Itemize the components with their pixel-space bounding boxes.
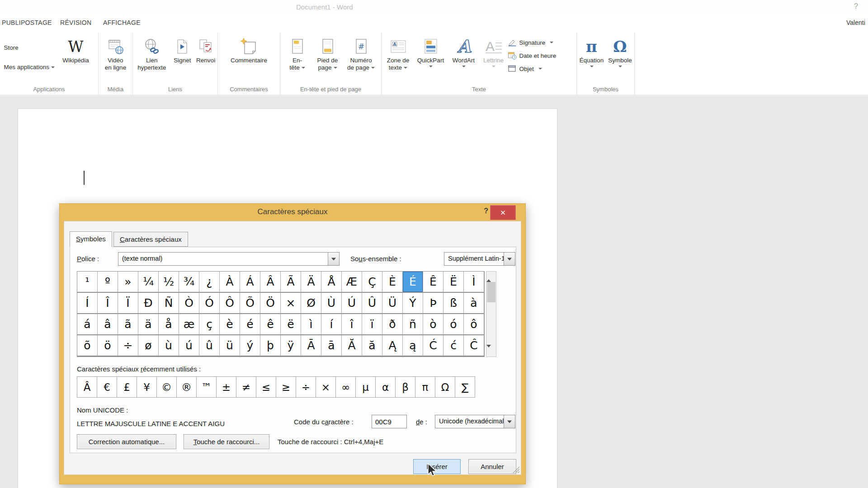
symbol-cell[interactable]: ¹ — [77, 272, 98, 293]
text-box-button[interactable]: A Zone de texte — [383, 35, 414, 71]
symbol-cell[interactable]: Ã — [281, 272, 301, 293]
symbol-cell[interactable]: ä — [138, 314, 159, 335]
symbol-cell[interactable]: ì — [301, 314, 321, 335]
recent-symbol-cell[interactable]: ≤ — [256, 376, 276, 398]
dialog-close-button[interactable]: ✕ — [490, 205, 516, 220]
tab-affichage[interactable]: AFFICHAGE — [103, 19, 141, 26]
recent-symbol-cell[interactable]: β — [395, 376, 415, 398]
dialog-titlebar[interactable]: Caractères spéciaux ? ✕ — [60, 204, 525, 221]
mes-applications-button[interactable]: Mes applications — [4, 64, 56, 70]
symbol-cell[interactable]: ç — [199, 314, 220, 335]
symbol-cell[interactable]: Ò — [179, 293, 199, 314]
symbol-cell[interactable]: ò — [423, 314, 443, 335]
symbol-cell[interactable]: Ă — [342, 335, 362, 357]
shortcut-key-button[interactable]: Touche de raccourci... — [184, 434, 269, 449]
hyperlink-button[interactable]: Lien hypertexte — [133, 35, 171, 71]
symbol-cell[interactable]: Þ — [423, 293, 443, 314]
symbol-cell[interactable]: ù — [159, 335, 179, 357]
symbol-cell[interactable]: Ā — [301, 335, 321, 357]
symbol-cell[interactable]: á — [77, 314, 98, 335]
recent-symbol-cell[interactable]: ∞ — [335, 376, 356, 398]
recent-symbol-cell[interactable]: £ — [117, 376, 137, 398]
dialog-tab-symboles[interactable]: Symboles — [70, 231, 112, 247]
symbol-cell[interactable]: Ø — [301, 293, 321, 314]
recent-symbol-cell[interactable]: π — [415, 376, 435, 398]
symbol-cell[interactable]: ý — [240, 335, 260, 357]
object-button[interactable]: Objet — [508, 63, 576, 74]
wikipedia-button[interactable]: W Wikipédia — [56, 35, 96, 64]
symbol-cell[interactable]: ¿ — [199, 272, 220, 293]
symbol-cell[interactable]: Ĉ — [464, 335, 484, 357]
symbol-cell[interactable]: ă — [362, 335, 382, 357]
recent-symbol-cell[interactable]: Ω — [435, 376, 455, 398]
symbol-cell[interactable]: ï — [362, 314, 382, 335]
scroll-up-icon[interactable] — [486, 272, 496, 281]
symbol-cell[interactable]: Á — [240, 272, 260, 293]
symbol-cell[interactable]: ą — [403, 335, 423, 357]
symbol-cell[interactable]: Æ — [342, 272, 362, 293]
symbol-cell[interactable]: Ý — [403, 293, 423, 314]
header-button[interactable]: En- tête — [283, 35, 311, 71]
recent-symbol-cell[interactable]: © — [156, 376, 177, 398]
recent-symbol-cell[interactable]: ≠ — [236, 376, 256, 398]
symbol-cell[interactable]: à — [464, 293, 484, 314]
symbol-cell[interactable]: ÷ — [118, 335, 138, 357]
symbol-cell[interactable]: í — [321, 314, 342, 335]
user-account-name[interactable]: Valenti — [846, 19, 865, 26]
recent-symbol-cell[interactable]: ¥ — [137, 376, 157, 398]
symbol-cell[interactable]: î — [342, 314, 362, 335]
symbol-cell[interactable]: ã — [118, 314, 138, 335]
scrollbar-thumb[interactable] — [487, 282, 495, 302]
symbol-cell[interactable]: è — [220, 314, 240, 335]
symbol-button[interactable]: Ω Symbole — [606, 35, 634, 67]
date-time-button[interactable]: Date et heure — [508, 50, 576, 61]
combo-arrow-icon[interactable] — [504, 253, 515, 265]
symbol-cell[interactable]: ¾ — [179, 272, 199, 293]
symbol-cell[interactable]: æ — [179, 314, 199, 335]
symbol-cell[interactable]: Õ — [240, 293, 260, 314]
recent-symbol-cell[interactable]: µ — [355, 376, 376, 398]
recent-symbol-cell[interactable]: € — [97, 376, 117, 398]
symbol-cell[interactable]: â — [98, 314, 118, 335]
symbol-cell[interactable]: é — [240, 314, 260, 335]
combo-arrow-icon[interactable] — [328, 253, 339, 265]
autocorrect-button[interactable]: Correction automatique... — [77, 434, 176, 449]
recent-symbol-cell[interactable]: ≥ — [276, 376, 296, 398]
cross-reference-button[interactable]: Renvoi — [194, 35, 217, 64]
symbol-cell[interactable]: ć — [443, 335, 464, 357]
symbol-cell[interactable]: Í — [77, 293, 98, 314]
symbol-cell[interactable]: ø — [138, 335, 159, 357]
symbol-cell[interactable]: ð — [382, 314, 403, 335]
tab-publipostage[interactable]: PUBLIPOSTAGE — [2, 19, 52, 26]
recent-symbol-cell[interactable]: ÷ — [296, 376, 316, 398]
symbol-cell[interactable]: Ç — [362, 272, 382, 293]
recent-symbol-cell[interactable]: ± — [216, 376, 236, 398]
page-number-button[interactable]: # Numéro de page — [344, 35, 378, 71]
symbol-cell[interactable]: × — [281, 293, 301, 314]
symbol-cell[interactable]: Ì — [464, 272, 484, 293]
symbol-cell[interactable]: Û — [362, 293, 382, 314]
recent-symbol-cell[interactable]: ® — [176, 376, 197, 398]
online-video-button[interactable]: Vidéo en ligne — [99, 35, 132, 71]
recent-symbol-cell[interactable]: ∑ — [455, 376, 475, 398]
symbol-cell[interactable]: Ï — [118, 293, 138, 314]
symbol-cell[interactable]: Ñ — [159, 293, 179, 314]
symbol-cell[interactable]: ú — [179, 335, 199, 357]
symbol-cell[interactable]: ¼ — [138, 272, 159, 293]
character-code-input[interactable] — [372, 415, 407, 428]
symbol-cell[interactable]: º — [98, 272, 118, 293]
comment-button[interactable]: Commentaire — [222, 35, 276, 64]
symbol-cell[interactable]: å — [159, 314, 179, 335]
symbol-cell[interactable]: » — [118, 272, 138, 293]
symbol-cell[interactable]: Ü — [382, 293, 403, 314]
symbol-cell[interactable]: Ë — [443, 272, 464, 293]
symbol-cell[interactable]: Â — [260, 272, 281, 293]
bookmark-button[interactable]: Signet — [171, 35, 194, 64]
symbol-cell[interactable]: ö — [98, 335, 118, 357]
symbol-cell[interactable]: ñ — [403, 314, 423, 335]
equation-button[interactable]: π Équation — [577, 35, 606, 67]
symbol-cell[interactable]: þ — [260, 335, 281, 357]
symbol-cell[interactable]: Î — [98, 293, 118, 314]
symbol-cell[interactable]: ā — [321, 335, 342, 357]
resize-grip[interactable] — [511, 465, 519, 473]
